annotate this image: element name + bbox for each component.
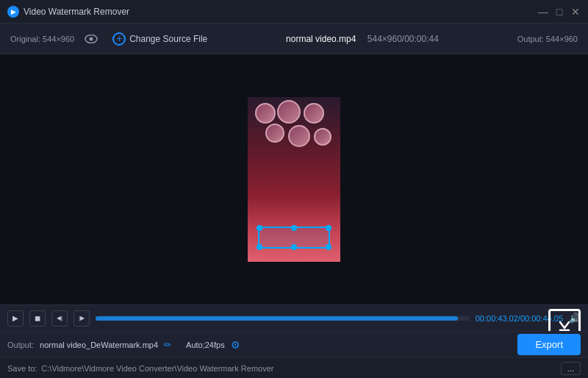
cake-image <box>248 97 340 262</box>
frame-next-button[interactable]: |▶ <box>74 310 90 327</box>
plus-circle-icon: + <box>112 32 126 46</box>
main-content <box>0 54 588 304</box>
maximize-button[interactable]: □ <box>554 7 564 17</box>
progress-fill <box>96 316 458 321</box>
window-controls: — □ ✕ <box>538 7 581 17</box>
timeline-bar: ▶ ◼ ◀| |▶ 00:00:43.02/00:00:44.05 🔊 <box>0 304 588 331</box>
photo-circle-6 <box>314 128 331 146</box>
save-path: C:\Vidmore\Vidmore Video Converter\Video… <box>41 364 556 373</box>
output-filename: normal video_DeWatermark.mp4 <box>40 340 158 349</box>
app-icon: ▶ <box>7 6 19 18</box>
file-info: normal video.mp4 544×960/00:00:44 <box>207 34 517 44</box>
gear-icon[interactable]: ⚙ <box>231 339 240 351</box>
progress-track[interactable] <box>96 316 470 321</box>
original-size-label: Original: 544×960 <box>10 35 74 43</box>
file-name: normal video.mp4 <box>286 34 356 44</box>
file-meta: 544×960/00:00:44 <box>368 34 439 44</box>
change-source-button[interactable]: + Change Source File <box>112 32 207 46</box>
photo-circle-2 <box>277 100 301 124</box>
browse-button[interactable]: ... <box>561 362 581 375</box>
eye-icon[interactable] <box>82 29 101 49</box>
resize-handle-br[interactable] <box>326 244 331 250</box>
photo-circle-3 <box>304 103 324 124</box>
close-button[interactable]: ✕ <box>570 7 581 17</box>
watermark-selection-box[interactable] <box>258 227 330 249</box>
play-button[interactable]: ▶ <box>7 310 24 327</box>
resize-handle-tl[interactable] <box>257 225 262 231</box>
save-bar: Save to: C:\Vidmore\Vidmore Video Conver… <box>0 357 588 378</box>
stop-button[interactable]: ◼ <box>29 310 46 327</box>
save-to-label: Save to: <box>7 364 37 373</box>
photo-circle-1 <box>255 103 276 124</box>
resize-handle-bm[interactable] <box>291 244 297 250</box>
video-preview <box>0 54 588 304</box>
edit-icon[interactable]: ✏ <box>164 340 171 350</box>
output-bar: Output: normal video_DeWatermark.mp4 ✏ A… <box>0 331 588 357</box>
title-bar: ▶ Video Watermark Remover — □ ✕ <box>0 0 588 24</box>
top-bar: Original: 544×960 + Change Source File n… <box>0 24 588 54</box>
svg-point-1 <box>90 37 93 40</box>
export-button[interactable]: Export <box>517 334 581 355</box>
app-title: Video Watermark Remover <box>24 7 538 17</box>
resize-handle-tr[interactable] <box>326 225 331 231</box>
output-setting: Auto;24fps <box>186 340 225 349</box>
output-size: Output: 544×960 <box>517 35 578 43</box>
output-label: Output: <box>7 340 34 349</box>
resize-handle-tm[interactable] <box>291 225 297 231</box>
minimize-button[interactable]: — <box>538 7 548 17</box>
video-frame <box>248 97 340 262</box>
frame-prev-button[interactable]: ◀| <box>51 310 68 327</box>
photo-circle-5 <box>288 125 310 147</box>
photo-circle-4 <box>265 124 284 143</box>
resize-handle-bl[interactable] <box>257 244 262 250</box>
